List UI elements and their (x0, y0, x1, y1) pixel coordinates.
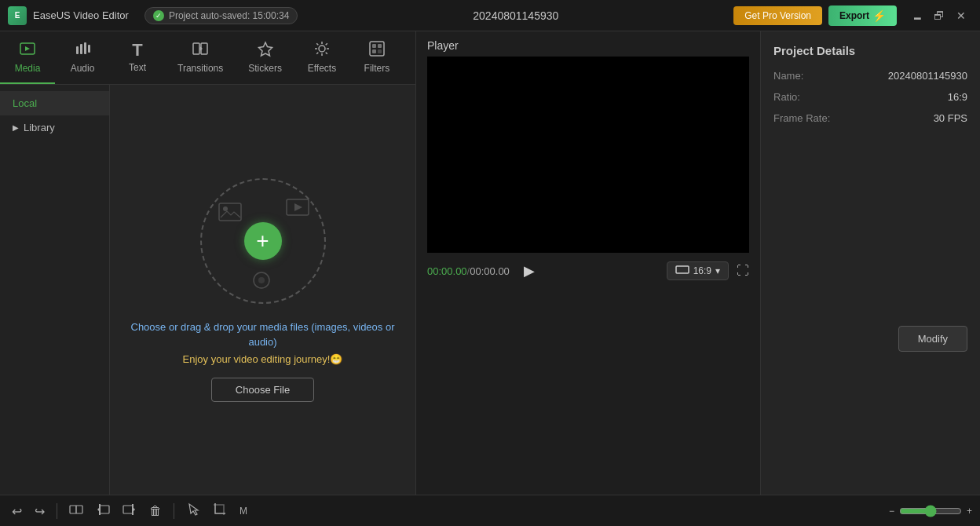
close-button[interactable]: ✕ (950, 5, 972, 27)
ratio-icon (675, 265, 689, 276)
main-area: Media Audio T Text (0, 31, 980, 495)
maximize-button[interactable]: 🗗 (928, 5, 950, 27)
add-media-button-wrapper: + (244, 222, 282, 260)
redo-button[interactable]: ↪ (31, 502, 49, 521)
center-panel: Player 00:00.00/00:00.00 ▶ 16:9 ▾ ⛶ (416, 31, 760, 495)
svg-rect-39 (123, 506, 133, 513)
svg-rect-3 (84, 42, 86, 54)
svg-marker-7 (258, 42, 272, 56)
svg-point-8 (319, 46, 325, 52)
autosave-badge: ✓ Project auto-saved: 15:00:34 (144, 7, 298, 24)
stickers-tab-icon (257, 40, 274, 60)
player-controls: 00:00.00/00:00.00 ▶ 16:9 ▾ ⛶ (416, 253, 760, 289)
tab-stickers[interactable]: Stickers (236, 31, 294, 84)
timecode: 00:00.00/00:00.00 (427, 265, 510, 277)
subnav-library[interactable]: ▶ Library (0, 115, 109, 140)
tab-transitions-label: Transitions (177, 63, 223, 74)
svg-rect-2 (80, 44, 82, 54)
project-id-title: 20240801145930 (298, 9, 733, 22)
title-bar: E EaseUS Video Editor ✓ Project auto-sav… (0, 0, 980, 31)
export-button[interactable]: Export ⚡ (828, 5, 897, 26)
left-subnav: Local ▶ Library (0, 85, 110, 495)
autosave-icon: ✓ (153, 10, 164, 21)
subnav-library-label: Library (24, 122, 55, 133)
text-tab-icon: T (132, 42, 142, 59)
toolbar-separator-2 (174, 503, 174, 519)
project-name-value: 20240801145930 (888, 70, 967, 82)
split-icon (69, 502, 83, 517)
svg-rect-13 (378, 49, 382, 53)
right-panel: Project Details Name: 20240801145930 Rat… (760, 31, 980, 495)
bottom-timeline: ↩ ↪ 🗑 (0, 495, 980, 526)
svg-rect-4 (88, 45, 90, 53)
svg-rect-19 (676, 266, 689, 273)
svg-rect-10 (372, 44, 376, 48)
autosave-text: Project auto-saved: 15:00:34 (169, 10, 289, 21)
crop-button[interactable] (209, 500, 231, 522)
tab-audio[interactable]: Audio (55, 31, 110, 84)
pro-version-button[interactable]: Get Pro Version (733, 6, 822, 25)
time-total: 00:00.00 (470, 265, 510, 277)
svg-point-15 (223, 206, 228, 211)
project-name-row: Name: 20240801145930 (773, 70, 967, 82)
tab-media[interactable]: Media (0, 31, 55, 84)
timeline-zoom-slider[interactable] (899, 505, 962, 517)
export-icon: ⚡ (872, 9, 886, 22)
tab-transitions[interactable]: Transitions (165, 31, 236, 84)
minimize-button[interactable]: 🗕 (906, 5, 928, 27)
trim-left-icon (96, 502, 110, 517)
tab-text[interactable]: T Text (110, 31, 165, 84)
media-drop-area[interactable]: + Choose or drag & drop your media files… (110, 85, 415, 495)
svg-rect-1 (76, 46, 79, 54)
ratio-dropdown-arrow: ▾ (715, 265, 720, 276)
fullscreen-button[interactable]: ⛶ (737, 264, 749, 278)
cursor-button[interactable] (182, 500, 204, 522)
choose-file-button[interactable]: Choose File (211, 378, 314, 402)
filters-tab-icon (368, 40, 386, 60)
chevron-right-icon: ▶ (13, 123, 19, 132)
svg-rect-14 (219, 203, 241, 221)
trim-right-button[interactable] (119, 500, 141, 522)
tab-media-label: Media (15, 63, 41, 74)
drop-circle: + (200, 178, 326, 304)
tab-effects[interactable]: Effects (294, 31, 349, 84)
app-logo: E (8, 6, 27, 25)
split-button[interactable] (65, 500, 87, 522)
export-label: Export (839, 10, 869, 21)
transitions-tab-icon (192, 40, 209, 60)
ratio-selector-button[interactable]: 16:9 ▾ (667, 261, 729, 280)
drop-enjoy-text: Enjoy your video editing journey!😁 (126, 353, 400, 365)
trim-left-button[interactable] (92, 500, 114, 522)
tab-audio-label: Audio (71, 63, 95, 74)
modify-button[interactable]: Modify (898, 326, 967, 352)
project-framerate-value: 30 FPS (934, 112, 967, 124)
ratio-label: 16:9 (693, 265, 711, 276)
tab-text-label: Text (129, 62, 146, 73)
marker-button[interactable]: M (236, 503, 251, 519)
timeline-toolbar: ↩ ↪ 🗑 (0, 495, 980, 526)
cursor-icon (186, 502, 200, 517)
player-video (427, 57, 749, 253)
undo-button[interactable]: ↩ (8, 502, 26, 521)
tab-filters[interactable]: Filters (349, 31, 404, 84)
audio-tab-icon (74, 40, 91, 60)
project-ratio-row: Ratio: 16:9 (773, 91, 967, 103)
trim-right-icon (122, 502, 137, 517)
delete-button[interactable]: 🗑 (145, 502, 166, 521)
tab-bar: Media Audio T Text (0, 31, 415, 85)
crop-icon (213, 502, 227, 517)
tab-stickers-label: Stickers (248, 63, 282, 74)
project-details-title: Project Details (773, 44, 967, 57)
svg-point-18 (258, 277, 265, 283)
zoom-in-icon: + (967, 506, 972, 517)
toolbar-separator-1 (57, 503, 57, 519)
app-title: EaseUS Video Editor (33, 9, 129, 21)
left-panel: Media Audio T Text (0, 31, 416, 495)
add-media-button[interactable]: + (244, 222, 282, 260)
svg-rect-12 (372, 49, 376, 53)
subnav-local[interactable]: Local (0, 91, 109, 115)
time-current: 00:00.00 (427, 265, 467, 277)
tab-filters-label: Filters (364, 63, 390, 74)
svg-rect-9 (370, 42, 384, 56)
play-button[interactable]: ▶ (517, 259, 541, 283)
